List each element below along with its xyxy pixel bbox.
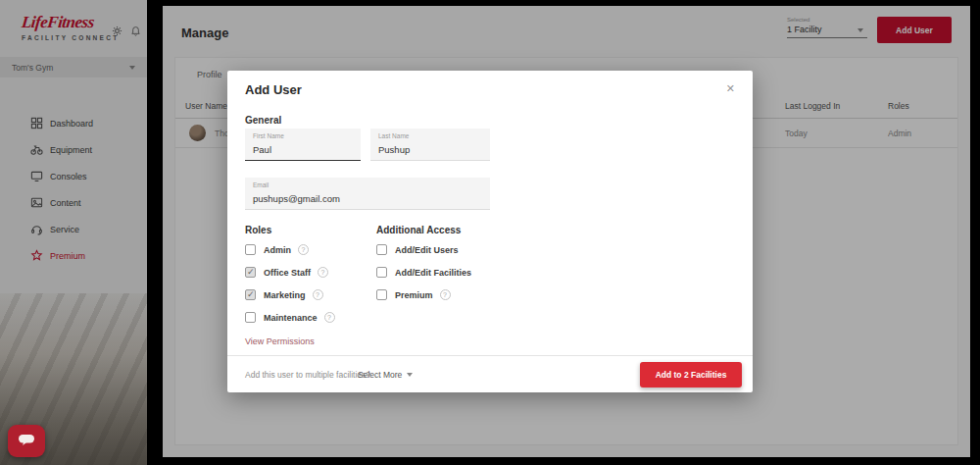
add-to-facilities-button[interactable]: Add to 2 Facilities	[640, 362, 742, 388]
email-input[interactable]	[253, 193, 482, 204]
help-icon[interactable]	[440, 289, 451, 300]
general-section-label: General	[245, 115, 281, 126]
checkbox-icon[interactable]	[245, 312, 256, 323]
modal-title: Add User	[245, 82, 302, 97]
checkbox-icon[interactable]	[376, 289, 387, 300]
email-label: Email	[253, 181, 482, 188]
help-icon[interactable]	[313, 289, 323, 300]
last-name-input[interactable]	[378, 144, 482, 155]
chat-bubble-icon	[17, 432, 36, 451]
first-name-label: First Name	[253, 132, 353, 139]
checkbox-icon[interactable]	[376, 267, 387, 278]
roles-checkbox-group: Admin Office Staff Marketing Maintenance	[245, 238, 335, 329]
last-name-field-wrap: Last Name	[370, 129, 490, 161]
checkbox-checked-icon[interactable]	[245, 267, 256, 278]
modal-footer: Add this user to multiple facilities? Se…	[227, 355, 753, 392]
checkbox-row-admin[interactable]: Admin	[245, 238, 335, 261]
first-name-input[interactable]	[253, 144, 353, 155]
checkbox-row-add-edit-users[interactable]: Add/Edit Users	[376, 238, 471, 261]
checkbox-row-marketing[interactable]: Marketing	[245, 284, 335, 306]
additional-access-section-label: Additional Access	[376, 225, 461, 235]
chat-launcher[interactable]	[8, 425, 45, 457]
help-icon[interactable]	[318, 267, 328, 278]
select-more-dropdown[interactable]: Select More	[358, 370, 413, 380]
checkbox-row-maintenance[interactable]: Maintenance	[245, 306, 335, 329]
help-icon[interactable]	[324, 312, 335, 323]
checkbox-row-office-staff[interactable]: Office Staff	[245, 261, 335, 284]
close-icon[interactable]: ✕	[722, 80, 739, 97]
checkbox-icon[interactable]	[245, 244, 256, 255]
checkbox-icon[interactable]	[376, 244, 387, 255]
checkbox-row-premium[interactable]: Premium	[376, 284, 471, 306]
view-permissions-link[interactable]: View Permissions	[245, 336, 315, 346]
chevron-down-icon	[407, 373, 413, 377]
help-icon[interactable]	[298, 244, 309, 255]
email-field-wrap: Email	[245, 178, 490, 210]
first-name-field-wrap: First Name	[245, 129, 361, 161]
checkbox-checked-icon[interactable]	[245, 289, 256, 300]
multiple-facilities-question: Add this user to multiple facilities?	[245, 370, 370, 380]
roles-section-label: Roles	[245, 225, 271, 235]
checkbox-row-add-edit-facilities[interactable]: Add/Edit Facilities	[376, 261, 471, 284]
last-name-label: Last Name	[378, 132, 482, 139]
add-user-modal: Add User ✕ General First Name Last Name …	[227, 71, 753, 392]
additional-access-checkbox-group: Add/Edit Users Add/Edit Facilities Premi…	[376, 238, 471, 306]
